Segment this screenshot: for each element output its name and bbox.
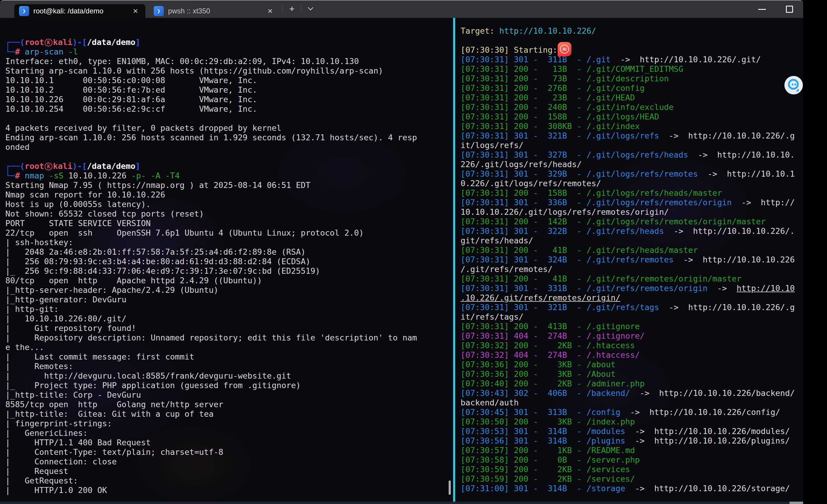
terminal-window: ❯ root@kali: /data/demo ✕ ❯ pwsh :: xt35… — [0, 0, 803, 504]
terminal-row: 0.226/.git/logs/refs/remotes/ — [460, 179, 803, 188]
terminal-row: └─# nmap -sS 10.10.10.226 -p- -A -T4 — [5, 171, 451, 181]
tab-dropdown-button[interactable] — [304, 6, 317, 12]
terminal-row: 8585/tcp open http Golang net/http serve… — [5, 400, 451, 409]
chat-bubble-eye-icon — [794, 84, 796, 86]
screen-black-margin — [803, 0, 827, 504]
terminal-row: | ssh-hostkey: — [5, 238, 451, 247]
terminal-row: [07:30:31] 301 - 324B - /.git/refs/remot… — [460, 255, 803, 264]
close-icon[interactable]: ✕ — [265, 7, 275, 15]
plus-icon: + — [289, 4, 295, 14]
terminal-row: Target: http://10.10.10.226/ — [460, 26, 803, 36]
terminal-row: [07:30:31] 200 - 308KB - /.git/index — [460, 121, 803, 131]
terminal-row: PORT STATE SERVICE VERSION — [5, 219, 451, 228]
terminal-row: [07:30:31] 301 - 331B - /.git/refs/remot… — [460, 284, 803, 293]
terminal-row — [5, 114, 451, 123]
terminal-row: [07:30:53] 301 - 314B - /modules -> http… — [460, 426, 803, 436]
chat-bubble-button[interactable] — [784, 76, 803, 94]
terminal-row: [07:30:31] 301 - 321B - /.git/refs/tags … — [460, 303, 803, 312]
terminal-row: ┌──(rootKkali)-[/data/demo] — [5, 38, 451, 47]
chat-bubble-icon — [788, 79, 799, 90]
terminal-row: .10.226/.git/refs/remotes/origin/ — [460, 293, 803, 303]
window-bottom-edge — [0, 502, 803, 504]
terminal-row: e the... — [5, 343, 451, 352]
close-icon[interactable]: ✕ — [131, 7, 141, 15]
title-bar[interactable]: ❯ root@kali: /data/demo ✕ ❯ pwsh :: xt35… — [0, 0, 803, 18]
terminal-row: 22/tcp open ssh OpenSSH 7.6p1 Ubuntu 4 (… — [5, 228, 451, 238]
terminal-row: 10.10.10.226/.git/logs/refs/remotes/orig… — [460, 207, 803, 217]
terminal-row: | GetRequest: — [5, 476, 451, 486]
terminal-row: | Remotes: — [5, 362, 451, 371]
chevron-down-icon — [308, 5, 313, 10]
terminal-row — [5, 152, 451, 161]
tab-pwsh[interactable]: ❯ pwsh :: xt350 ✕ — [149, 4, 280, 18]
terminal-row: [07:30:32] 404 - 274B - /.htaccess/ — [460, 350, 803, 360]
new-tab-button[interactable]: + — [285, 4, 299, 14]
terminal-row: [07:30:31] 200 - 142B - /.git/logs/refs/… — [460, 217, 803, 226]
tab-root-kali[interactable]: ❯ root@kali: /data/demo ✕ — [14, 4, 145, 18]
terminal-row: Starting Nmap 7.95 ( https://nmap.org ) … — [5, 181, 451, 190]
terminal-row: [07:30:31] 200 - 41B - /.git/refs/remote… — [460, 274, 803, 284]
terminal-row: it/logs/refs/ — [460, 141, 803, 150]
terminal-row: | Content-Type: text/plain; charset=utf-… — [5, 447, 451, 457]
terminal-row: | 256 08:79:93:9c:e3:b4:a4:be:80:ad:61:9… — [5, 257, 451, 266]
terminal-row: | fingerprint-strings: — [5, 419, 451, 429]
terminal-row: | 10.10.10.226:80/.git/ — [5, 314, 451, 323]
terminal-row: [07:30:30] Starting: — [460, 45, 803, 55]
terminal-row: /.git/refs/remotes/ — [460, 264, 803, 274]
tab-bar-separator — [282, 5, 283, 13]
terminal-row: it/refs/tags/ — [460, 312, 803, 322]
powershell-icon: ❯ — [19, 6, 29, 16]
terminal-row: [07:30:31] 200 - 13B - /.git/COMMIT_EDIT… — [460, 64, 803, 74]
terminal-row: 10.10.10.226 00:0c:29:81:af:6a VMware, I… — [5, 95, 451, 104]
terminal-row: [07:30:36] 200 - 3KB - /about — [460, 360, 803, 369]
terminal-pane-left[interactable]: ┌──(rootKkali)-[/data/demo]└─# arp-scan … — [2, 18, 451, 502]
terminal-row: Ending arp-scan 1.10.0: 256 hosts scanne… — [5, 133, 451, 142]
terminal-row: [07:30:31] 200 - 158B - /.git/logs/HEAD — [460, 112, 803, 121]
ai-overlay-badge[interactable]: AI — [558, 42, 571, 59]
minimize-button[interactable] — [748, 1, 776, 18]
terminal-row: Starting arp-scan 1.10.0 with 256 hosts … — [5, 66, 451, 75]
ai-icon: AI — [560, 45, 569, 54]
powershell-icon: ❯ — [154, 6, 164, 16]
pane-divider[interactable] — [453, 18, 455, 502]
terminal-row: [07:30:31] 301 - 322B - /.git/refs/heads… — [460, 226, 803, 236]
terminal-row: [07:30:40] 200 - 2KB - /adminer.php — [460, 379, 803, 389]
terminal-row: | Connection: close — [5, 457, 451, 466]
terminal-row: [07:30:31] 200 - 413B - /.gitignore — [460, 322, 803, 331]
terminal-row: 4 packets received by filter, 0 packets … — [5, 123, 451, 133]
terminal-row: |_ 256 9c:f9:88:d4:33:77:06:4e:d9:7c:39:… — [5, 266, 451, 276]
terminal-row: onded — [5, 142, 451, 152]
terminal-row: [07:30:31] 200 - 158B - /.git/logs/refs/… — [460, 188, 803, 198]
terminal-row: | http://devguru.local:8585/frank/devgur… — [5, 371, 451, 381]
left-pane-scrollbar-thumb[interactable] — [449, 481, 451, 495]
terminal-row: └─# arp-scan -l — [5, 47, 451, 57]
maximize-button[interactable] — [776, 1, 803, 18]
terminal-row: [07:30:56] 301 - 314B - /plugins -> http… — [460, 436, 803, 446]
terminal-row: Host is up (0.00055s latency). — [5, 200, 451, 209]
terminal-area: ┌──(rootKkali)-[/data/demo]└─# arp-scan … — [0, 18, 803, 502]
terminal-row: [07:30:32] 200 - 2KB - /.htaccess — [460, 341, 803, 350]
terminal-row: [07:30:31] 301 - 336B - /.git/logs/refs/… — [460, 198, 803, 207]
window-controls — [748, 1, 803, 18]
tab-bar: ❯ root@kali: /data/demo ✕ ❯ pwsh :: xt35… — [0, 0, 317, 18]
terminal-row: git/refs/heads/ — [460, 236, 803, 245]
terminal-row: [07:30:31] 200 - 240B - /.git/info/exclu… — [460, 102, 803, 112]
tab-title: root@kali: /data/demo — [33, 7, 126, 15]
terminal-row: [07:30:31] 404 - 274B - /.gitignore/ — [460, 331, 803, 341]
terminal-row: [07:30:31] 301 - 311B - /.git -> http://… — [460, 55, 803, 64]
terminal-pane-right[interactable]: Target: http://10.10.10.226/[07:30:30] S… — [453, 18, 803, 502]
terminal-output: Target: http://10.10.10.226/[07:30:30] S… — [460, 26, 803, 493]
chat-bubble-tail-icon — [796, 89, 799, 92]
terminal-row: 10.10.10.2 00:50:56:fe:7b:ed VMware, Inc… — [5, 85, 451, 95]
terminal-row: [07:30:31] 200 - 41B - /.git/refs/heads/… — [460, 245, 803, 255]
minimize-icon — [758, 9, 766, 10]
terminal-row: | Git repository found! — [5, 323, 451, 333]
terminal-row: backend/auth — [460, 398, 803, 407]
terminal-row: | Repository description: Unnamed reposi… — [5, 333, 451, 343]
terminal-row: | HTTP/1.0 200 OK — [5, 486, 451, 495]
speech-bubble-tail-icon — [559, 55, 561, 58]
terminal-row: [07:30:31] 301 - 329B - /.git/logs/refs/… — [460, 169, 803, 179]
maximize-icon — [786, 6, 793, 13]
bottom-scrollbar-handle[interactable] — [789, 502, 803, 504]
terminal-row: 10.10.10.1 00:50:56:c0:00:08 VMware, Inc… — [5, 75, 451, 85]
